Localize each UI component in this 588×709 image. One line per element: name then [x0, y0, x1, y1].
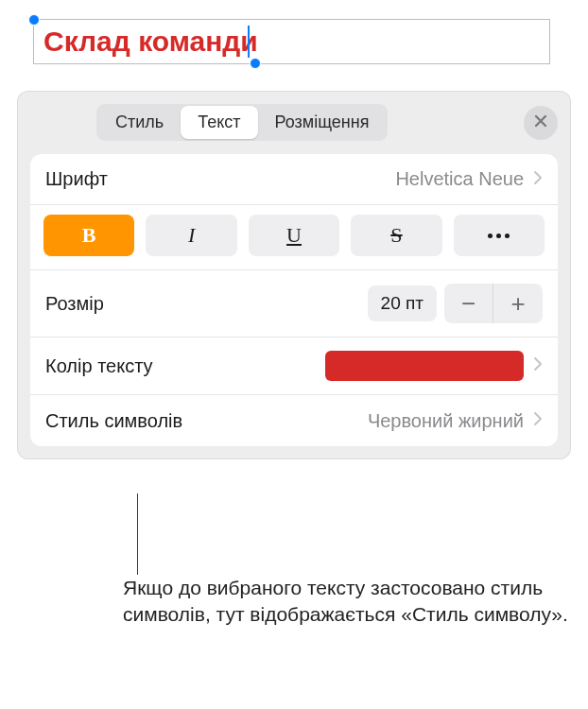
tab-arrange[interactable]: Розміщення: [258, 106, 387, 139]
selection-handle-top-left[interactable]: [28, 14, 40, 26]
text-box-content: Склад команди: [43, 26, 258, 57]
chevron-right-icon: [533, 356, 543, 375]
callout-text: Якщо до вибраного тексту застосовано сти…: [123, 575, 586, 629]
size-value[interactable]: 20 пт: [368, 285, 437, 321]
text-options-list: Шрифт Helvetica Neue B I U S Розмір 20 п…: [30, 154, 558, 446]
text-color-row[interactable]: Колір тексту: [30, 337, 558, 395]
chevron-right-icon: [533, 170, 543, 189]
size-row: Розмір 20 пт − +: [30, 270, 558, 337]
tab-style[interactable]: Стиль: [98, 106, 181, 139]
panel-header: Стиль Текст Розміщення: [17, 91, 571, 154]
size-stepper: − +: [444, 284, 543, 323]
character-style-value: Червоний жирний: [368, 410, 524, 432]
font-label: Шрифт: [45, 168, 108, 190]
text-color-swatch[interactable]: [325, 351, 524, 381]
size-increase-button[interactable]: +: [493, 284, 543, 323]
bold-button[interactable]: B: [43, 215, 134, 256]
chevron-right-icon: [533, 411, 543, 430]
size-controls: 20 пт − +: [368, 284, 543, 323]
selected-text-box[interactable]: Склад команди: [33, 19, 550, 64]
font-row[interactable]: Шрифт Helvetica Neue: [30, 154, 558, 205]
ellipsis-icon: [488, 233, 510, 238]
tab-text[interactable]: Текст: [181, 106, 257, 139]
tab-segmented-control: Стиль Текст Розміщення: [96, 104, 388, 141]
close-icon: [534, 114, 547, 131]
character-style-row[interactable]: Стиль символів Червоний жирний: [30, 395, 558, 446]
size-label: Розмір: [45, 293, 104, 315]
format-panel: Стиль Текст Розміщення Шрифт Helvetica N…: [17, 91, 571, 459]
underline-button[interactable]: U: [249, 215, 339, 256]
text-format-row: B I U S: [30, 205, 558, 270]
text-color-label: Колір тексту: [45, 355, 153, 377]
close-button[interactable]: [524, 106, 558, 140]
character-style-label: Стиль символів: [45, 410, 182, 432]
callout-line: [137, 493, 138, 575]
strikethrough-button[interactable]: S: [351, 215, 441, 256]
canvas-area: Склад команди: [0, 0, 588, 74]
font-value: Helvetica Neue: [395, 168, 524, 190]
selection-handle-bottom-right[interactable]: [250, 58, 261, 69]
text-cursor: [248, 26, 250, 58]
size-decrease-button[interactable]: −: [444, 284, 493, 323]
more-options-button[interactable]: [454, 215, 545, 256]
italic-button[interactable]: I: [146, 215, 236, 256]
